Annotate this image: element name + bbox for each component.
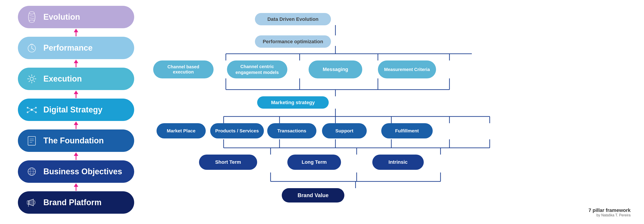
svg-line-6 (32, 48, 34, 50)
svg-line-15 (28, 110, 32, 112)
node-channel-centric: Channel centricengagement models (227, 60, 287, 78)
dna-icon (24, 10, 39, 24)
svg-point-9 (27, 107, 28, 108)
pillar-business: Business Objectives (18, 160, 134, 183)
network-icon (24, 102, 39, 117)
arrow-performance-execution (74, 60, 78, 67)
evolution-label: Evolution (44, 12, 128, 22)
arrow-business-brand (74, 183, 78, 191)
business-label: Business Objectives (44, 167, 128, 176)
pillar-performance: Performance (18, 37, 134, 59)
foundation-label: The Foundation (44, 136, 128, 145)
brand-label: Brand Platform (44, 198, 128, 207)
svg-line-3 (30, 18, 34, 19)
connectors-svg (161, 9, 626, 210)
pillar-foundation: The Foundation (18, 130, 134, 152)
pillar-stack: Evolution Performance (18, 6, 134, 214)
arrow-digital-foundation (74, 122, 78, 129)
node-intrinsic: Intrinsic (372, 155, 424, 170)
node-fulfillment: Fulfillment (381, 123, 433, 138)
node-brand-value: Brand Value (282, 188, 344, 202)
clock-icon (24, 41, 39, 55)
svg-line-14 (32, 108, 36, 110)
node-marketing-strategy: Marketing strategy (257, 96, 329, 109)
node-support: Support (322, 123, 367, 138)
node-products-services: Products / Services (210, 123, 264, 138)
svg-line-13 (28, 108, 32, 110)
node-market-place: Market Place (156, 123, 206, 138)
book-icon (24, 134, 39, 148)
pillar-execution: Execution (18, 68, 134, 90)
globe-icon (24, 164, 39, 179)
watermark: 7 pillar framework by Nataška T. Pereira (588, 207, 630, 217)
node-measurement-criteria: Measurement Criteria (378, 60, 436, 78)
execution-label: Execution (44, 74, 128, 83)
node-transactions: Transactions (267, 123, 316, 138)
pillar-digital: Digital Strategy (18, 98, 134, 121)
performance-label: Performance (44, 43, 128, 53)
pillar-evolution: Evolution (18, 6, 134, 28)
megaphone-icon (24, 195, 39, 210)
svg-point-1 (29, 20, 34, 22)
svg-line-2 (30, 16, 34, 17)
arrow-foundation-business (74, 152, 78, 160)
svg-point-7 (30, 77, 34, 81)
gear-icon (24, 72, 39, 86)
svg-line-16 (32, 110, 36, 112)
node-performance-optimization: Performance optimization (255, 35, 331, 48)
digital-label: Digital Strategy (44, 105, 128, 115)
watermark-subtitle: by Nataška T. Pereira (588, 213, 630, 217)
node-short-term: Short Term (199, 155, 257, 170)
arrow-evolution-performance (74, 29, 78, 36)
node-long-term: Long Term (287, 155, 341, 170)
watermark-title: 7 pillar framework (588, 207, 630, 213)
node-data-driven-evolution: Data Driven Evolution (255, 13, 331, 25)
main-container: Evolution Performance (0, 0, 644, 224)
diagram-container: Data Driven Evolution Performance optimi… (161, 9, 626, 210)
node-messaging: Messaging (308, 60, 362, 78)
pillar-brand: Brand Platform (18, 191, 134, 214)
svg-point-0 (29, 12, 34, 14)
node-channel-based-execution: Channel based execution (153, 60, 214, 78)
svg-rect-17 (28, 136, 36, 145)
arrow-execution-digital (74, 90, 78, 98)
